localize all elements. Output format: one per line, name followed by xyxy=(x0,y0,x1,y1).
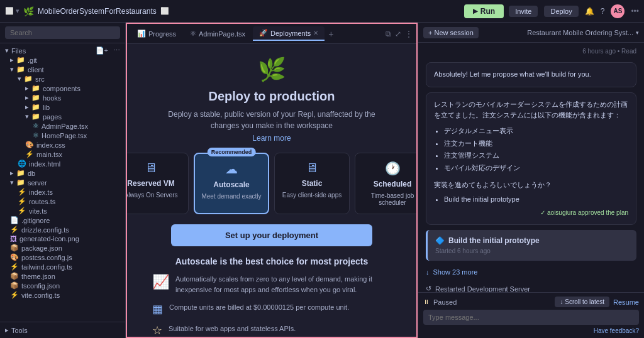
tree-themejson[interactable]: 📦 theme.json xyxy=(0,271,125,281)
tree-adminpage[interactable]: ⚛ AdminPage.tsx xyxy=(0,121,125,131)
followup-text: 実装を進めてもよろしいでしょうか？ xyxy=(434,180,628,191)
task-card: 🔷 Build the initial prototype Started 6 … xyxy=(426,230,636,261)
option-reserved-vm[interactable]: 🖥 Reserved VM Always On Servers xyxy=(127,153,189,214)
prototype-list: Build the initial prototype xyxy=(434,194,628,206)
tree-pages[interactable]: ▾ 📁 pages xyxy=(0,112,125,121)
tree-index-ts[interactable]: ⚡ index.ts xyxy=(0,187,125,197)
folder-label: src xyxy=(35,75,45,83)
more-files-icon[interactable]: ⋯ xyxy=(113,46,120,55)
sidebar: ▾ Files 📄+ ⋯ ▸ 📁 .git ▾ 📁 client ▾ 📁 src xyxy=(0,23,126,338)
tree-git[interactable]: ▸ 📁 .git xyxy=(0,55,125,65)
tree-client[interactable]: ▾ 📁 client xyxy=(0,65,125,74)
show-more-button[interactable]: Show 23 more xyxy=(426,266,636,278)
tree-main[interactable]: ⚡ main.tsx xyxy=(0,150,125,159)
add-tab-button[interactable]: + xyxy=(328,29,333,39)
json-icon: 📦 xyxy=(10,272,19,280)
files-header[interactable]: ▾ Files 📄+ ⋯ xyxy=(0,46,125,55)
tsx-icon: ⚛ xyxy=(33,131,39,139)
option-title: Scheduled xyxy=(374,180,412,188)
close-tab-icon[interactable]: ✕ xyxy=(313,30,318,36)
option-autoscale[interactable]: Recommended ☁ Autoscale Meet demand exac… xyxy=(194,153,269,214)
deploy-tab-icon: 🚀 xyxy=(259,29,268,37)
resume-button[interactable]: Resume xyxy=(613,298,639,306)
html-icon: 🌐 xyxy=(18,160,26,168)
tree-viteconfig[interactable]: ⚡ vite.config.ts xyxy=(0,290,125,300)
tab-deployments[interactable]: 🚀 Deployments ✕ xyxy=(253,26,325,41)
chat-message-1: Absolutely! Let me propose what we'll bu… xyxy=(426,62,636,87)
tree-hooks[interactable]: ▸ 📁 hooks xyxy=(0,93,125,102)
folder-icon: 📁 xyxy=(31,84,40,92)
scroll-latest-button[interactable]: ↓ Scroll to latest xyxy=(555,297,609,307)
list-item: 注文カート機能 xyxy=(444,138,628,150)
server-icon: 🖥 xyxy=(145,161,157,175)
invite-button[interactable]: Invite xyxy=(509,6,538,17)
ts-icon: ⚡ xyxy=(18,207,26,215)
tree-drizzle[interactable]: ⚡ drizzle.config.ts xyxy=(0,225,125,234)
bell-icon[interactable]: 🔔 xyxy=(585,7,594,16)
task-icon: 🔷 xyxy=(435,236,445,245)
search-input[interactable] xyxy=(5,26,120,39)
tree-packagejson[interactable]: 📦 package.json xyxy=(0,243,125,253)
tree-db[interactable]: ▸ 📁 db xyxy=(0,168,125,178)
learn-more-link[interactable]: Learn more xyxy=(252,134,291,143)
star-icon: ☆ xyxy=(152,324,162,337)
ts-icon: ⚡ xyxy=(18,197,26,205)
option-subtitle: Meet demand exactly xyxy=(201,193,261,200)
json-icon: 📦 xyxy=(10,281,19,290)
tree-vite-ts[interactable]: ⚡ vite.ts xyxy=(0,206,125,215)
tree-indexcss[interactable]: 🎨 index.css xyxy=(0,140,125,150)
more-icon[interactable]: ⋮ xyxy=(405,30,413,38)
session-title[interactable]: Restaurant Mobile Ordering Syst... ▾ xyxy=(527,29,639,36)
tree-generated-icon[interactable]: 🖼 generated-icon.png xyxy=(0,234,125,243)
chevron-down-icon: ▾ xyxy=(25,112,29,121)
main-layout: ▾ Files 📄+ ⋯ ▸ 📁 .git ▾ 📁 client ▾ 📁 src xyxy=(0,23,644,338)
help-icon[interactable]: ? xyxy=(601,7,605,16)
tree-postcss[interactable]: 🎨 postcss.config.js xyxy=(0,253,125,262)
tree-src[interactable]: ▾ 📁 src xyxy=(0,74,125,84)
topbar: ⬜ ▾ 🌿 MobileOrderSystemForRestaurants ⬜ … xyxy=(0,0,644,23)
chat-input[interactable] xyxy=(423,310,639,325)
folder-icon: 📁 xyxy=(16,169,25,177)
setup-deployment-button[interactable]: Set up your deployment xyxy=(171,224,372,246)
folder-icon: 📁 xyxy=(16,178,25,187)
window-icon[interactable]: ⬜ ▾ xyxy=(5,7,19,15)
tree-routes-ts[interactable]: ⚡ routes.ts xyxy=(0,197,125,206)
tree-homepage[interactable]: ⚛ HomePage.tsx xyxy=(0,131,125,140)
pause-icon: ⏸ xyxy=(423,298,430,305)
tab-progress[interactable]: 📊 Progress xyxy=(131,27,182,40)
feedback-link[interactable]: Have feedback? xyxy=(594,327,639,334)
tools-label: Tools xyxy=(11,327,28,334)
tree-lib[interactable]: ▸ 📁 lib xyxy=(0,102,125,112)
run-button[interactable]: Run xyxy=(464,4,504,18)
timestamp: 6 hours ago • Read xyxy=(426,48,636,55)
more-icon[interactable]: ••• xyxy=(631,7,639,16)
tab-label: AdminPage.tsx xyxy=(199,30,245,38)
show-more-label: Show 23 more xyxy=(433,268,478,276)
option-scheduled[interactable]: 🕐 Scheduled Time-based job scheduler xyxy=(355,153,416,214)
tab-adminpage[interactable]: ⚛ AdminPage.tsx xyxy=(184,27,252,40)
tree-tsconfigjson[interactable]: 📦 tsconfig.json xyxy=(0,281,125,290)
ts-icon: ⚡ xyxy=(10,263,19,271)
chat-message-2: レストランのモバイルオーダーシステムを作成するための計画を立てました。注文システ… xyxy=(426,92,636,226)
deploy-button[interactable]: Deploy xyxy=(544,6,578,17)
chat-footer: ⏸ Paused ↓ Scroll to latest Resume Have … xyxy=(418,292,644,338)
tree-tailwind[interactable]: ⚡ tailwind.config.ts xyxy=(0,262,125,271)
project-icon: 🌿 xyxy=(23,6,34,16)
split-icon[interactable]: ⧉ xyxy=(386,30,391,38)
avatar[interactable]: AS xyxy=(611,4,625,18)
restart-icon: ↺ xyxy=(426,285,431,292)
tree-gitignore[interactable]: 📄 .gitignore xyxy=(0,215,125,225)
tree-server[interactable]: ▾ 📁 server xyxy=(0,178,125,187)
new-session-button[interactable]: + New session xyxy=(423,27,479,38)
chevron-right-icon: ▸ xyxy=(25,84,29,92)
tree-indexhtml[interactable]: 🌐 index.html xyxy=(0,159,125,168)
option-static[interactable]: 🖥 Static Easy client-side apps xyxy=(274,153,350,214)
tools-section[interactable]: ▸ Tools xyxy=(0,322,125,338)
new-file-icon[interactable]: 📄+ xyxy=(96,46,108,55)
expand-icon[interactable]: ⤢ xyxy=(395,30,401,38)
tree-components[interactable]: ▸ 📁 components xyxy=(0,84,125,93)
deploy-logo-icon: 🌿 xyxy=(258,57,286,83)
option-title: Autoscale xyxy=(213,180,249,189)
chat-status: ⏸ Paused ↓ Scroll to latest Resume xyxy=(423,297,639,307)
deploy-options: 🖥 Reserved VM Always On Servers Recommen… xyxy=(127,153,416,214)
